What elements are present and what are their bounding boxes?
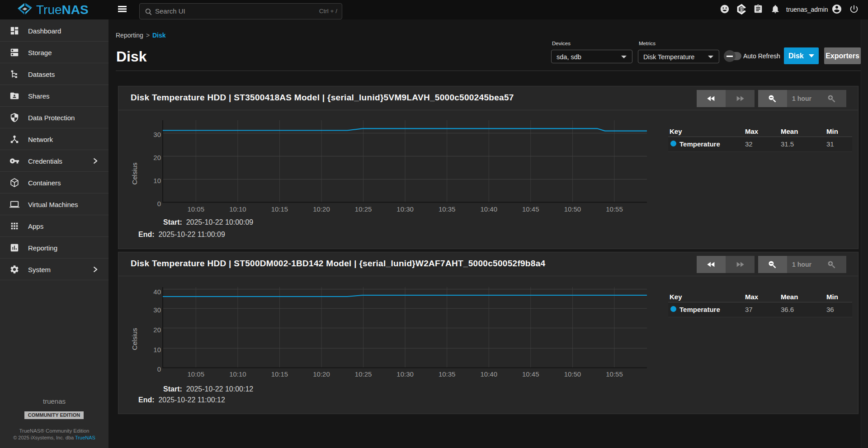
svg-text:10:45: 10:45: [522, 205, 539, 213]
svg-text:10:20: 10:20: [313, 205, 330, 213]
svg-text:10: 10: [153, 177, 161, 184]
svg-text:30: 30: [153, 306, 161, 314]
svg-text:10:55: 10:55: [606, 370, 623, 378]
svg-text:10:10: 10:10: [229, 205, 246, 213]
svg-text:0: 0: [157, 200, 161, 207]
svg-text:10:15: 10:15: [271, 205, 288, 213]
svg-text:40: 40: [153, 288, 161, 296]
svg-text:10:25: 10:25: [355, 205, 372, 213]
svg-text:10:05: 10:05: [188, 370, 205, 378]
svg-text:20: 20: [153, 154, 161, 161]
svg-text:10:35: 10:35: [439, 370, 456, 378]
svg-text:10:40: 10:40: [481, 205, 498, 213]
svg-text:10:05: 10:05: [188, 205, 205, 213]
svg-text:10:30: 10:30: [396, 205, 414, 213]
svg-text:10:15: 10:15: [271, 370, 288, 378]
svg-text:10:25: 10:25: [355, 370, 372, 378]
svg-text:10:40: 10:40: [481, 370, 498, 378]
svg-text:10:50: 10:50: [564, 205, 581, 213]
svg-text:10:20: 10:20: [313, 370, 330, 378]
svg-text:10:10: 10:10: [229, 370, 246, 378]
svg-text:20: 20: [153, 326, 161, 334]
svg-text:30: 30: [153, 131, 161, 138]
svg-text:10:35: 10:35: [439, 205, 456, 213]
svg-text:Celsius: Celsius: [131, 328, 138, 350]
svg-text:10:55: 10:55: [606, 205, 623, 213]
svg-text:10: 10: [153, 346, 161, 354]
svg-text:10:30: 10:30: [396, 370, 414, 378]
svg-text:10:45: 10:45: [522, 370, 539, 378]
svg-text:Celsius: Celsius: [131, 162, 138, 184]
svg-text:0: 0: [157, 365, 161, 373]
svg-text:10:50: 10:50: [564, 370, 581, 378]
